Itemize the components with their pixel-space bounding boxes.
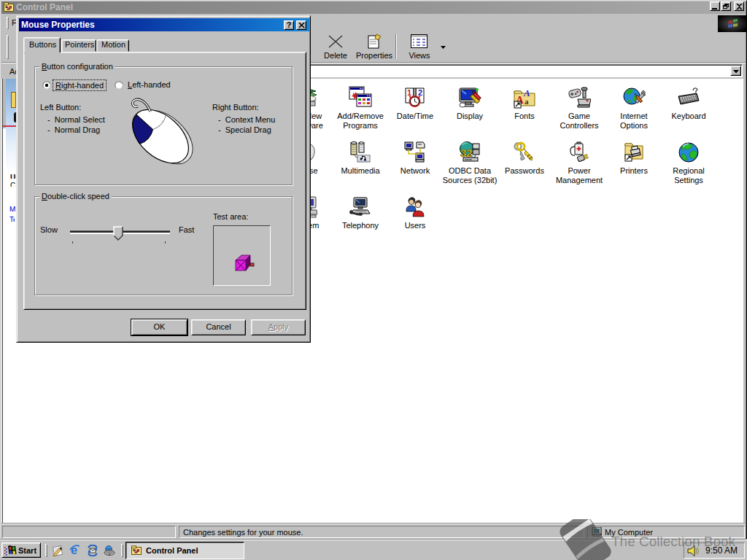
svg-text:1: 1 bbox=[407, 88, 411, 97]
svg-text:32: 32 bbox=[460, 147, 473, 159]
svg-text:a: a bbox=[525, 97, 529, 106]
svg-text:2: 2 bbox=[418, 88, 422, 97]
